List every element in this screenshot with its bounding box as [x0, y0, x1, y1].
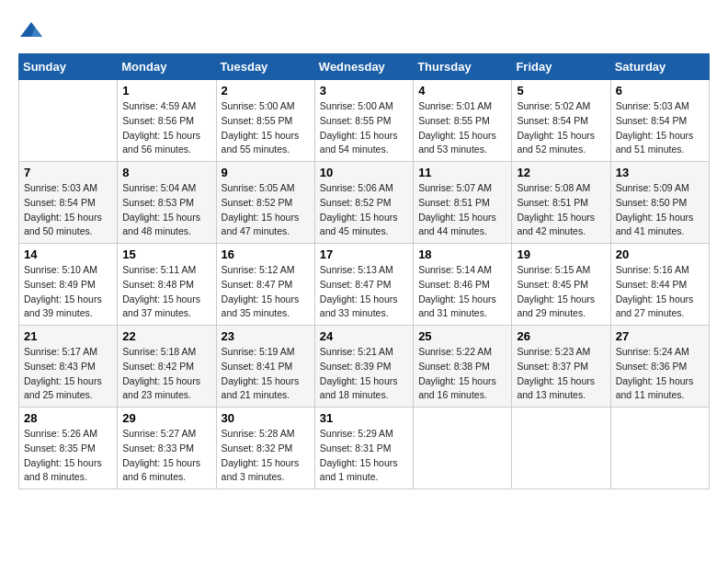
- calendar-week-row: 28Sunrise: 5:26 AMSunset: 8:35 PMDayligh…: [19, 408, 710, 489]
- calendar-cell: 18Sunrise: 5:14 AMSunset: 8:46 PMDayligh…: [414, 244, 512, 326]
- calendar-cell: 20Sunrise: 5:16 AMSunset: 8:44 PMDayligh…: [610, 244, 709, 326]
- calendar-header-wednesday: Wednesday: [314, 54, 413, 80]
- calendar-header-row: SundayMondayTuesdayWednesdayThursdayFrid…: [19, 54, 710, 80]
- calendar-header-friday: Friday: [512, 54, 610, 80]
- calendar-cell: 5Sunrise: 5:02 AMSunset: 8:54 PMDaylight…: [512, 80, 610, 162]
- day-number: 14: [24, 247, 112, 261]
- day-info: Sunrise: 5:27 AMSunset: 8:33 PMDaylight:…: [122, 427, 210, 485]
- calendar-header-monday: Monday: [118, 54, 216, 80]
- day-number: 21: [24, 329, 112, 343]
- day-number: 4: [418, 84, 506, 98]
- day-info: Sunrise: 5:15 AMSunset: 8:45 PMDaylight:…: [517, 263, 605, 321]
- day-number: 1: [122, 84, 210, 98]
- day-info: Sunrise: 5:07 AMSunset: 8:51 PMDaylight:…: [418, 181, 506, 239]
- calendar-week-row: 1Sunrise: 4:59 AMSunset: 8:56 PMDaylight…: [19, 80, 710, 162]
- calendar-cell: 17Sunrise: 5:13 AMSunset: 8:47 PMDayligh…: [314, 244, 413, 326]
- day-number: 16: [222, 247, 310, 261]
- day-info: Sunrise: 5:00 AMSunset: 8:55 PMDaylight:…: [320, 99, 408, 157]
- day-number: 30: [222, 411, 310, 425]
- calendar-cell: 23Sunrise: 5:19 AMSunset: 8:41 PMDayligh…: [216, 326, 314, 408]
- calendar-cell: 14Sunrise: 5:10 AMSunset: 8:49 PMDayligh…: [19, 244, 118, 326]
- logo: [18, 18, 48, 44]
- day-number: 25: [418, 329, 506, 343]
- day-info: Sunrise: 5:01 AMSunset: 8:55 PMDaylight:…: [418, 99, 506, 157]
- calendar-cell: 28Sunrise: 5:26 AMSunset: 8:35 PMDayligh…: [19, 408, 118, 489]
- day-number: 31: [320, 411, 408, 425]
- day-info: Sunrise: 5:21 AMSunset: 8:39 PMDaylight:…: [320, 345, 408, 403]
- calendar-cell: [19, 80, 118, 162]
- calendar-header-sunday: Sunday: [19, 54, 118, 80]
- calendar-cell: [610, 408, 709, 489]
- day-number: 5: [517, 84, 605, 98]
- day-info: Sunrise: 5:14 AMSunset: 8:46 PMDaylight:…: [418, 263, 506, 321]
- calendar-week-row: 7Sunrise: 5:03 AMSunset: 8:54 PMDaylight…: [19, 162, 710, 244]
- calendar-week-row: 21Sunrise: 5:17 AMSunset: 8:43 PMDayligh…: [19, 326, 710, 408]
- day-number: 29: [122, 411, 210, 425]
- page-header: [18, 18, 710, 44]
- day-info: Sunrise: 5:09 AMSunset: 8:50 PMDaylight:…: [616, 181, 704, 239]
- day-number: 12: [517, 166, 605, 179]
- day-number: 6: [616, 84, 704, 98]
- calendar-header-saturday: Saturday: [610, 54, 709, 80]
- calendar-cell: 11Sunrise: 5:07 AMSunset: 8:51 PMDayligh…: [414, 162, 512, 244]
- calendar-cell: 1Sunrise: 4:59 AMSunset: 8:56 PMDaylight…: [118, 80, 216, 162]
- day-info: Sunrise: 5:24 AMSunset: 8:36 PMDaylight:…: [616, 345, 704, 403]
- day-number: 7: [24, 166, 112, 179]
- calendar-cell: 22Sunrise: 5:18 AMSunset: 8:42 PMDayligh…: [118, 326, 216, 408]
- calendar-cell: 21Sunrise: 5:17 AMSunset: 8:43 PMDayligh…: [19, 326, 118, 408]
- calendar-header-tuesday: Tuesday: [216, 54, 314, 80]
- day-info: Sunrise: 4:59 AMSunset: 8:56 PMDaylight:…: [122, 99, 210, 157]
- day-info: Sunrise: 5:17 AMSunset: 8:43 PMDaylight:…: [24, 345, 112, 403]
- calendar-cell: [414, 408, 512, 489]
- day-number: 11: [418, 166, 506, 179]
- day-number: 20: [616, 247, 704, 261]
- calendar-cell: 16Sunrise: 5:12 AMSunset: 8:47 PMDayligh…: [216, 244, 314, 326]
- calendar-cell: 13Sunrise: 5:09 AMSunset: 8:50 PMDayligh…: [610, 162, 709, 244]
- day-number: 2: [222, 84, 310, 98]
- day-number: 26: [517, 329, 605, 343]
- day-info: Sunrise: 5:12 AMSunset: 8:47 PMDaylight:…: [222, 263, 310, 321]
- day-info: Sunrise: 5:08 AMSunset: 8:51 PMDaylight:…: [517, 181, 605, 239]
- day-info: Sunrise: 5:10 AMSunset: 8:49 PMDaylight:…: [24, 263, 112, 321]
- day-number: 3: [320, 84, 408, 98]
- day-number: 19: [517, 247, 605, 261]
- day-number: 24: [320, 329, 408, 343]
- calendar-cell: 12Sunrise: 5:08 AMSunset: 8:51 PMDayligh…: [512, 162, 610, 244]
- day-number: 22: [122, 329, 210, 343]
- calendar-cell: 3Sunrise: 5:00 AMSunset: 8:55 PMDaylight…: [314, 80, 413, 162]
- calendar-cell: 6Sunrise: 5:03 AMSunset: 8:54 PMDaylight…: [610, 80, 709, 162]
- day-info: Sunrise: 5:00 AMSunset: 8:55 PMDaylight:…: [222, 99, 310, 157]
- calendar-cell: 9Sunrise: 5:05 AMSunset: 8:52 PMDaylight…: [216, 162, 314, 244]
- day-info: Sunrise: 5:22 AMSunset: 8:38 PMDaylight:…: [418, 345, 506, 403]
- day-number: 18: [418, 247, 506, 261]
- day-number: 13: [616, 166, 704, 179]
- day-number: 15: [122, 247, 210, 261]
- day-info: Sunrise: 5:03 AMSunset: 8:54 PMDaylight:…: [616, 99, 704, 157]
- calendar-cell: 10Sunrise: 5:06 AMSunset: 8:52 PMDayligh…: [314, 162, 413, 244]
- calendar-cell: 31Sunrise: 5:29 AMSunset: 8:31 PMDayligh…: [314, 408, 413, 489]
- day-info: Sunrise: 5:02 AMSunset: 8:54 PMDaylight:…: [517, 99, 605, 157]
- calendar-header-thursday: Thursday: [414, 54, 512, 80]
- calendar-cell: 27Sunrise: 5:24 AMSunset: 8:36 PMDayligh…: [610, 326, 709, 408]
- day-number: 23: [222, 329, 310, 343]
- day-number: 28: [24, 411, 112, 425]
- calendar-cell: 4Sunrise: 5:01 AMSunset: 8:55 PMDaylight…: [414, 80, 512, 162]
- day-number: 9: [222, 166, 310, 179]
- day-info: Sunrise: 5:29 AMSunset: 8:31 PMDaylight:…: [320, 427, 408, 485]
- day-number: 27: [616, 329, 704, 343]
- day-info: Sunrise: 5:26 AMSunset: 8:35 PMDaylight:…: [24, 427, 112, 485]
- day-info: Sunrise: 5:03 AMSunset: 8:54 PMDaylight:…: [24, 181, 112, 239]
- calendar-cell: [512, 408, 610, 489]
- calendar-table: SundayMondayTuesdayWednesdayThursdayFrid…: [18, 53, 710, 489]
- day-info: Sunrise: 5:19 AMSunset: 8:41 PMDaylight:…: [222, 345, 310, 403]
- calendar-cell: 30Sunrise: 5:28 AMSunset: 8:32 PMDayligh…: [216, 408, 314, 489]
- calendar-cell: 29Sunrise: 5:27 AMSunset: 8:33 PMDayligh…: [118, 408, 216, 489]
- calendar-cell: 24Sunrise: 5:21 AMSunset: 8:39 PMDayligh…: [314, 326, 413, 408]
- calendar-cell: 15Sunrise: 5:11 AMSunset: 8:48 PMDayligh…: [118, 244, 216, 326]
- calendar-cell: 8Sunrise: 5:04 AMSunset: 8:53 PMDaylight…: [118, 162, 216, 244]
- day-info: Sunrise: 5:05 AMSunset: 8:52 PMDaylight:…: [222, 181, 310, 239]
- calendar-cell: 19Sunrise: 5:15 AMSunset: 8:45 PMDayligh…: [512, 244, 610, 326]
- calendar-cell: 7Sunrise: 5:03 AMSunset: 8:54 PMDaylight…: [19, 162, 118, 244]
- logo-icon: [18, 18, 44, 44]
- day-info: Sunrise: 5:04 AMSunset: 8:53 PMDaylight:…: [122, 181, 210, 239]
